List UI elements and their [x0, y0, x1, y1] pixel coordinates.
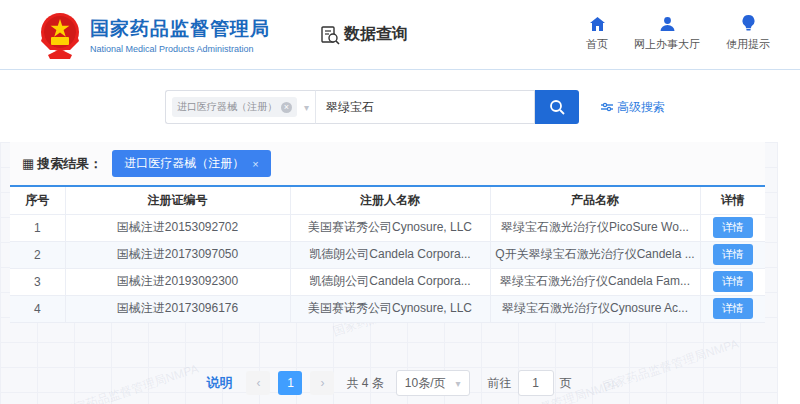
- search-input[interactable]: [315, 90, 535, 124]
- results-card: ▦ 搜索结果： 进口医疗器械（注册） × 序号 注册证编号 注册人名称 产品名称…: [10, 142, 765, 323]
- cell-registrant: 美国赛诺秀公司Cynosure, LLC: [290, 214, 490, 241]
- goto-page: 前往 页: [488, 370, 572, 396]
- detail-button[interactable]: 详情: [713, 244, 753, 265]
- category-tag: 进口医疗器械（注册） ×: [172, 97, 297, 117]
- data-query-icon: [320, 25, 340, 45]
- cell-detail: 详情: [700, 214, 765, 241]
- category-tag-label: 进口医疗器械（注册）: [177, 100, 277, 114]
- nav-label: 首页: [586, 37, 608, 52]
- search-section: 进口医疗器械（注册） × ▾ 高级搜索: [0, 70, 800, 142]
- header: 国家药品监督管理局 National Medical Products Admi…: [0, 0, 800, 70]
- col-header-registrant: 注册人名称: [290, 186, 490, 214]
- total-count: 共 4 条: [346, 375, 383, 392]
- pagination: 说明 ‹ 1 › 共 4 条 10条/页 ▾ 前往 页: [0, 370, 778, 396]
- bulb-icon: [742, 14, 755, 32]
- note-link[interactable]: 说明: [206, 374, 232, 392]
- main-content: 国家药品监督管理局NMPA 国家药品监督管理局NMPA 国家药品监督管理局NMP…: [0, 142, 778, 404]
- cell-detail: 详情: [700, 295, 765, 322]
- cell-no: 3: [10, 268, 65, 295]
- category-select[interactable]: 进口医疗器械（注册） × ▾: [165, 90, 315, 124]
- results-label: ▦ 搜索结果：: [22, 155, 102, 173]
- detail-button[interactable]: 详情: [713, 217, 753, 238]
- prev-page-button[interactable]: ‹: [246, 371, 270, 395]
- goto-prefix: 前往: [488, 375, 512, 392]
- cell-detail: 详情: [700, 241, 765, 268]
- cell-registrant: 凯德朗公司Candela Corpora...: [290, 241, 490, 268]
- table-row: 4 国械注进20173096176 美国赛诺秀公司Cynosure, LLC 翠…: [10, 295, 765, 322]
- advanced-search-label: 高级搜索: [617, 99, 665, 116]
- app-title-label: 数据查询: [344, 24, 408, 45]
- cell-product: 翠绿宝石激光治疗仪Candela Fam...: [490, 268, 700, 295]
- nav-item-service-hall[interactable]: 网上办事大厅: [634, 14, 700, 52]
- cell-product: 翠绿宝石激光治疗仪Cynosure Ac...: [490, 295, 700, 322]
- goto-suffix: 页: [560, 375, 572, 392]
- table-header-row: 序号 注册证编号 注册人名称 产品名称 详情: [10, 186, 765, 214]
- search-box: 进口医疗器械（注册） × ▾: [165, 90, 579, 124]
- nav-item-usage-tips[interactable]: 使用提示: [726, 14, 770, 52]
- table-row: 1 国械注进20153092702 美国赛诺秀公司Cynosure, LLC 翠…: [10, 214, 765, 241]
- nav-label: 网上办事大厅: [634, 37, 700, 52]
- results-bar: ▦ 搜索结果： 进口医疗器械（注册） ×: [10, 142, 765, 185]
- next-page-button[interactable]: ›: [310, 371, 334, 395]
- cell-no: 2: [10, 241, 65, 268]
- page-size-select[interactable]: 10条/页 ▾: [396, 370, 470, 396]
- org-name-en: National Medical Products Administration: [90, 44, 270, 54]
- results-table: 序号 注册证编号 注册人名称 产品名称 详情 1 国械注进20153092702…: [10, 185, 765, 323]
- page-size-value: 10条/页: [405, 375, 446, 392]
- cell-registrant: 凯德朗公司Candela Corpora...: [290, 268, 490, 295]
- cell-cert: 国械注进20153092702: [65, 214, 290, 241]
- national-emblem-logo: [38, 11, 82, 59]
- page-number-active[interactable]: 1: [278, 371, 302, 395]
- nav-item-home[interactable]: 首页: [586, 14, 608, 52]
- cell-product: 翠绿宝石激光治疗仪PicoSure Wo...: [490, 214, 700, 241]
- detail-button[interactable]: 详情: [713, 298, 753, 319]
- tab-close-icon[interactable]: ×: [252, 158, 258, 170]
- cell-cert: 国械注进20193092300: [65, 268, 290, 295]
- grid-icon: ▦: [22, 156, 34, 171]
- cell-cert: 国械注进20173097050: [65, 241, 290, 268]
- home-icon: [589, 14, 606, 32]
- chevron-down-icon: ▾: [304, 102, 309, 113]
- col-header-cert: 注册证编号: [65, 186, 290, 214]
- search-button[interactable]: [535, 90, 579, 124]
- table-row: 3 国械注进20193092300 凯德朗公司Candela Corpora..…: [10, 268, 765, 295]
- header-nav: 首页 网上办事大厅 使用提示: [586, 14, 770, 52]
- nav-label: 使用提示: [726, 37, 770, 52]
- category-tag-close-icon[interactable]: ×: [281, 102, 292, 113]
- org-title-block: 国家药品监督管理局 National Medical Products Admi…: [90, 16, 270, 54]
- col-header-no: 序号: [10, 186, 65, 214]
- table-row: 2 国械注进20173097050 凯德朗公司Candela Corpora..…: [10, 241, 765, 268]
- results-tab-label: 进口医疗器械（注册）: [124, 155, 244, 172]
- cell-cert: 国械注进20173096176: [65, 295, 290, 322]
- cell-detail: 详情: [700, 268, 765, 295]
- user-icon: [659, 14, 676, 32]
- cell-no: 1: [10, 214, 65, 241]
- advanced-search-link[interactable]: 高级搜索: [601, 99, 665, 116]
- col-header-detail: 详情: [700, 186, 765, 214]
- org-name-zh: 国家药品监督管理局: [90, 16, 270, 42]
- cell-no: 4: [10, 295, 65, 322]
- results-active-tab[interactable]: 进口医疗器械（注册） ×: [112, 150, 270, 177]
- app-title: 数据查询: [320, 24, 408, 45]
- chevron-down-icon: ▾: [456, 378, 461, 389]
- search-icon: [549, 99, 565, 115]
- goto-page-input[interactable]: [518, 370, 554, 396]
- detail-button[interactable]: 详情: [713, 271, 753, 292]
- filter-icon: [601, 102, 613, 112]
- col-header-product: 产品名称: [490, 186, 700, 214]
- cell-registrant: 美国赛诺秀公司Cynosure, LLC: [290, 295, 490, 322]
- cell-product: Q开关翠绿宝石激光治疗仪Candela ...: [490, 241, 700, 268]
